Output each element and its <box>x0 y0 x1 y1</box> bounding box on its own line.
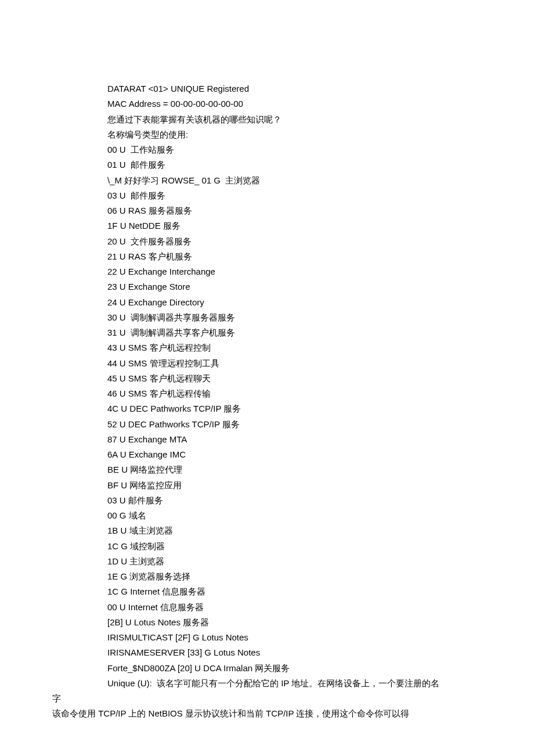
text-line: BF U 网络监控应用 <box>52 478 482 493</box>
text-line: 1B U 域主浏览器 <box>52 523 482 538</box>
text-line: DATARAT <01> UNIQUE Registered <box>52 81 482 96</box>
text-line: 1C G 域控制器 <box>52 539 482 554</box>
text-line: 4C U DEC Pathworks TCP/IP 服务 <box>52 401 482 416</box>
text-line: 00 U Internet 信息服务器 <box>52 600 482 615</box>
text-line: MAC Address = 00-00-00-00-00-00 <box>52 96 482 111</box>
text-line: 23 U Exchange Store <box>52 279 482 294</box>
text-line: 44 U SMS 管理远程控制工具 <box>52 356 482 371</box>
text-line: 45 U SMS 客户机远程聊天 <box>52 371 482 386</box>
text-line: 46 U SMS 客户机远程传输 <box>52 386 482 401</box>
text-line: 03 U 邮件服务 <box>52 493 482 508</box>
text-line: 30 U 调制解调器共享服务器服务 <box>52 310 482 325</box>
text-line: 03 U 邮件服务 <box>52 188 482 203</box>
text-line: 01 U 邮件服务 <box>52 157 482 172</box>
text-line: 21 U RAS 客户机服务 <box>52 249 482 264</box>
text-line: 字 <box>52 691 482 706</box>
text-line: 该命令使用 TCP/IP 上的 NetBIOS 显示协议统计和当前 TCP/IP… <box>52 706 482 721</box>
text-line: 20 U 文件服务器服务 <box>52 234 482 249</box>
text-line: IRISMULTICAST [2F] G Lotus Notes <box>52 630 482 645</box>
text-line: \_M 好好学习 ROWSE_ 01 G 主浏览器 <box>52 173 482 188</box>
text-line: 31 U 调制解调器共享客户机服务 <box>52 325 482 340</box>
document-body: DATARAT <01> UNIQUE RegisteredMAC Addres… <box>52 81 482 722</box>
text-line: IRISNAMESERVER [33] G Lotus Notes <box>52 645 482 660</box>
text-line: 您通过下表能掌握有关该机器的哪些知识呢？ <box>52 112 482 127</box>
text-line: 00 U 工作站服务 <box>52 142 482 157</box>
text-line: 00 G 域名 <box>52 508 482 523</box>
text-line: 52 U DEC Pathworks TCP/IP 服务 <box>52 417 482 432</box>
text-line: Unique (U): 该名字可能只有一个分配给它的 IP 地址。在网络设备上，… <box>52 676 482 691</box>
text-line: 87 U Exchange MTA <box>52 432 482 447</box>
text-line: 6A U Exchange IMC <box>52 447 482 462</box>
text-line: 1C G Internet 信息服务器 <box>52 584 482 599</box>
text-line: 1E G 浏览器服务选择 <box>52 569 482 584</box>
text-line: 1D U 主浏览器 <box>52 554 482 569</box>
text-line: 06 U RAS 服务器服务 <box>52 203 482 218</box>
text-line: 名称编号类型的使用: <box>52 127 482 142</box>
text-line: Forte_$ND800ZA [20] U DCA Irmalan 网关服务 <box>52 661 482 676</box>
text-line: 24 U Exchange Directory <box>52 295 482 310</box>
text-line: 1F U NetDDE 服务 <box>52 218 482 233</box>
text-line: 43 U SMS 客户机远程控制 <box>52 340 482 355</box>
text-line: BE U 网络监控代理 <box>52 462 482 477</box>
document-page: DATARAT <01> UNIQUE RegisteredMAC Addres… <box>0 0 534 756</box>
text-line: 22 U Exchange Interchange <box>52 264 482 279</box>
text-line: [2B] U Lotus Notes 服务器 <box>52 615 482 630</box>
